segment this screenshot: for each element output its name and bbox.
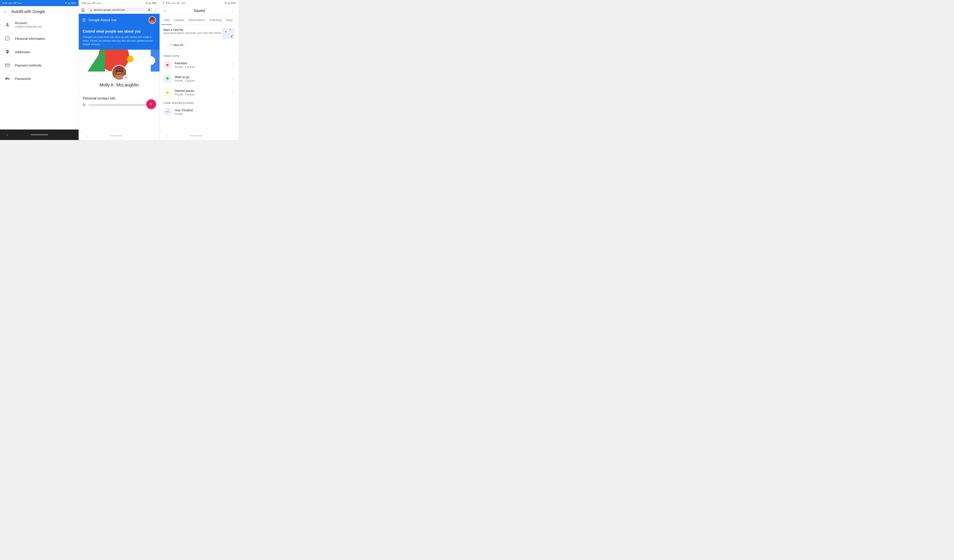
want-to-go-icon-wrap: ⚑ xyxy=(163,75,171,83)
location-icon xyxy=(5,49,11,55)
google-logo-text: Google xyxy=(89,18,100,22)
person-icon xyxy=(5,22,11,28)
starred-name: Starred places xyxy=(175,89,228,93)
info-icon: i xyxy=(5,36,11,42)
hamburger-icon[interactable]: ☰ xyxy=(82,18,86,23)
saved-header: ← Saved ⋮ xyxy=(160,6,238,16)
status-bar-3: 📍 9:27 ●●●● 48° ●●●● ▼ ▲ 54% xyxy=(160,0,238,6)
email-bar xyxy=(88,104,156,106)
menu-item-personal[interactable]: i Personal information xyxy=(0,32,78,45)
list-item-favorites[interactable]: ♥ Favorites Private · 0 places ⋮ xyxy=(160,58,238,72)
dots-3: ●●●● xyxy=(171,2,176,4)
timeline-icon: 〜 xyxy=(166,110,169,114)
plus-icon: + xyxy=(170,43,172,47)
want-to-go-more[interactable]: ⋮ xyxy=(231,76,235,81)
svg-rect-16 xyxy=(115,67,124,71)
edit-pencil-icon[interactable]: ✎ xyxy=(123,75,128,80)
heart-icon: ♥ xyxy=(166,62,169,68)
nav-home-bar xyxy=(31,134,48,135)
addresses-label: Addresses xyxy=(15,50,30,54)
temp-1: 48° xyxy=(13,2,17,5)
new-list-title: Start a new list xyxy=(163,28,221,31)
notif-3: ●●●● xyxy=(181,2,185,4)
time-2: 9:26 xyxy=(81,2,86,5)
back-button-3[interactable]: ← xyxy=(163,8,168,13)
tab-lists[interactable]: Lists xyxy=(162,16,172,25)
tab-labeled[interactable]: Labeled xyxy=(172,16,186,25)
passwords-label: Passwords xyxy=(15,77,31,81)
timeline-name: Your Timeline xyxy=(175,109,235,112)
tab-visits[interactable]: Visits xyxy=(224,16,235,25)
list-item-starred[interactable]: ★ Starred places Private · 6 places ⋮ xyxy=(160,86,238,99)
wifi-icon: ▼ xyxy=(65,2,67,5)
footer-back-2[interactable]: ‹ xyxy=(87,134,88,138)
card-icon xyxy=(5,62,11,68)
menu-item-account[interactable]: Account mollykm11@gmail.com xyxy=(0,17,78,32)
battery-1: 56% xyxy=(71,2,76,5)
tab-reservations[interactable]: Reservations xyxy=(186,16,207,25)
temp-3: 48° xyxy=(176,2,180,5)
starred-sub: Private · 6 places xyxy=(175,93,228,96)
home-icon[interactable]: 🏠 xyxy=(81,8,85,12)
map-pin-red: 📍 xyxy=(229,29,232,31)
fab-add-button[interactable]: + xyxy=(147,99,156,109)
svg-text:i: i xyxy=(7,37,8,40)
starred-more[interactable]: ⋮ xyxy=(231,90,235,95)
svg-rect-18 xyxy=(121,72,122,73)
logo-blue-arc xyxy=(133,50,159,72)
account-email: mollykm11@gmail.com xyxy=(15,25,42,28)
star-icon: ★ xyxy=(165,90,169,95)
map-thumbnail: 📍 📍 📍 📍 xyxy=(222,28,235,39)
menu-item-addresses[interactable]: Addresses xyxy=(0,45,78,59)
favorites-more[interactable]: ⋮ xyxy=(231,62,235,67)
url-bar[interactable]: 🔒 aboutme.google.com/#Email= xyxy=(87,8,145,12)
tab-badge[interactable]: 42 xyxy=(147,8,152,12)
avatar-small[interactable] xyxy=(148,16,156,24)
list-item-want-to-go[interactable]: ⚑ Want to go Private · 2 places ⋮ xyxy=(160,72,238,86)
email-icon: ✉ xyxy=(83,103,86,107)
favorites-name: Favorites xyxy=(175,61,228,65)
wifi-icon-2: ▼ xyxy=(145,2,148,5)
panel-autofill: 9:26 ●●●● 48° ●●●● ▼ ▲ 56% ← Autofill wi… xyxy=(0,0,79,140)
profile-avatar-wrap: ✎ xyxy=(112,65,127,80)
favorites-icon-wrap: ♥ xyxy=(163,61,171,69)
menu-item-payment[interactable]: Payment methods xyxy=(0,59,78,72)
tab-following[interactable]: Following xyxy=(207,16,224,25)
new-list-btn-label: New list xyxy=(173,43,183,47)
new-list-button[interactable]: + New list xyxy=(167,41,187,48)
more-icon[interactable]: ⋮ xyxy=(153,8,157,12)
logo-yellow-dot xyxy=(127,56,134,62)
signal-icon-2: ▲ xyxy=(149,2,151,5)
payment-label: Payment methods xyxy=(15,64,41,67)
panel2-footer: ‹ xyxy=(79,131,159,140)
autofill-header: ← Autofill with Google xyxy=(0,6,78,17)
status-bar-1: 9:26 ●●●● 48° ●●●● ▼ ▲ 56% xyxy=(0,0,78,6)
menu-item-passwords[interactable]: Passwords xyxy=(0,72,78,85)
signal-icon-3: ▲ xyxy=(228,2,230,5)
footer-back-3[interactable]: ‹ xyxy=(167,134,168,138)
battery-3: 54% xyxy=(231,2,236,5)
footer-nav-bar-3 xyxy=(190,135,203,136)
panel-aboutme: 9:26 ●●●● 48° ●●●● ▼ ▲ 56% 🏠 🔒 aboutme.g… xyxy=(79,0,160,140)
control-title: Control what people see about you xyxy=(83,30,156,33)
profile-name: Molly K. McLaughlin xyxy=(100,82,139,87)
profile-card: ✎ Molly K. McLaughlin xyxy=(79,50,159,91)
want-to-go-name: Want to go xyxy=(175,75,228,79)
browser-bar: 🏠 🔒 aboutme.google.com/#Email= 42 ⋮ xyxy=(79,6,159,14)
footer-back-icon[interactable]: ‹ xyxy=(6,132,8,137)
personal-contact-title: Personal contact info xyxy=(83,96,156,100)
temp-2: 48° xyxy=(92,2,96,5)
back-button-1[interactable]: ← xyxy=(3,9,8,14)
timeline-sub: Private xyxy=(175,112,235,115)
new-list-promo: Start a new list Save great places and s… xyxy=(160,25,238,53)
visited-label: YOUR VISITED PLACES xyxy=(160,100,238,105)
svg-rect-17 xyxy=(116,72,117,73)
tabs-row: Lists Labeled Reservations Following Vis… xyxy=(160,16,238,25)
key-icon xyxy=(5,75,11,82)
map-pin-green: 📍 xyxy=(224,31,227,33)
favorites-sub: Private · 0 places xyxy=(175,65,228,68)
starred-icon-wrap: ★ xyxy=(163,89,171,97)
location-status-icon: 📍 xyxy=(162,2,165,5)
list-item-timeline[interactable]: 〜 Your Timeline Private xyxy=(160,105,238,119)
more-icon-3[interactable]: ⋮ xyxy=(231,9,235,13)
